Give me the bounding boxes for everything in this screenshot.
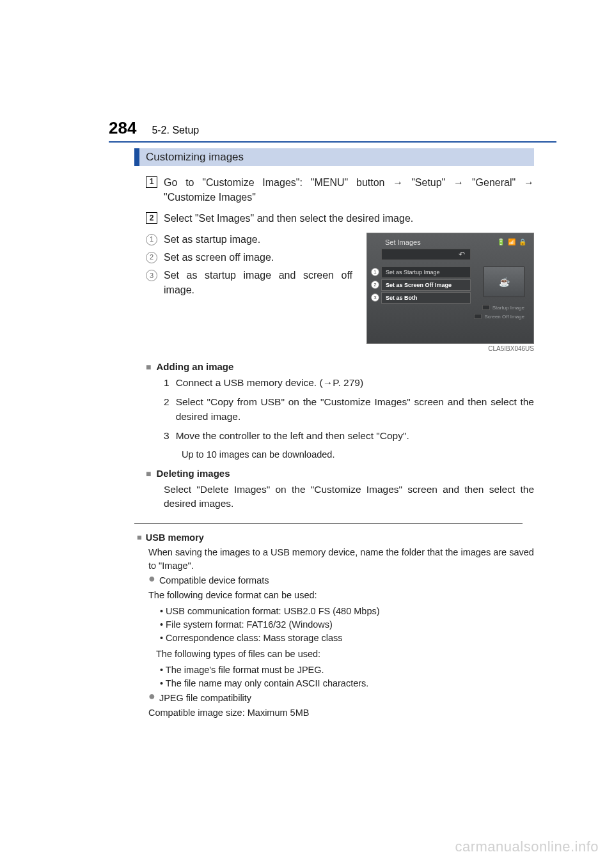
usb-section: ■ USB memory When saving the images to a…	[134, 531, 534, 721]
watermark: carmanualsonline.info	[455, 839, 599, 855]
step-number-icon: 2	[164, 395, 169, 424]
deleting-heading: ■ Deleting images	[134, 467, 534, 483]
status-icons: 🔋 📶 🔒	[497, 238, 527, 245]
back-icon: ↶	[381, 249, 471, 260]
square-bullet-icon: ■	[146, 362, 151, 372]
usb-device-1: USB communication format: USB2.0 FS (480…	[160, 605, 534, 618]
step-number-icon: 2	[146, 212, 157, 224]
step-1-text-d: "Customize Images"	[164, 192, 256, 203]
circle-number-icon: 1	[146, 234, 157, 245]
circle-number-icon: 3	[146, 270, 157, 281]
screen-row-1: Set as Startup Image	[381, 267, 471, 278]
option-1: 1 Set as startup image.	[146, 233, 352, 251]
screen-title: Set Images	[385, 238, 421, 246]
usb-jpeg-heading: JPEG file compatibility	[159, 692, 251, 705]
adding-step-1: 1 Connect a USB memory device. (→P. 279)	[134, 376, 534, 395]
usb-intro: When saving the images to a USB memory d…	[137, 545, 534, 574]
step-number-icon: 3	[164, 429, 169, 443]
arrow-icon: →	[323, 377, 333, 388]
legend-screenoff: Screen Off Image	[474, 314, 524, 320]
step-2: 2 Select "Set Images" and then select th…	[134, 211, 534, 232]
chapter-label: 5-2. Setup	[152, 125, 199, 136]
option-1-label: Set as startup image.	[164, 233, 260, 247]
arrow-icon: →	[453, 177, 472, 188]
page-header: 284 5-2. Setup	[109, 118, 556, 143]
usb-file-1: The image's file format must be JPEG.	[160, 663, 534, 677]
circle-number-icon: 2	[146, 252, 157, 263]
step-1-text-c: "General"	[472, 177, 524, 188]
callout-2-icon: 2	[371, 281, 379, 289]
adding-heading: ■ Adding an image	[134, 360, 534, 376]
usb-jpeg-body: Compatible image size: Maximum 5MB	[137, 705, 534, 721]
adding-note: Up to 10 images can be downloaded.	[134, 448, 534, 466]
usb-file-intro: The following types of files can be used…	[137, 646, 534, 662]
arrow-icon: →	[524, 177, 534, 188]
square-bullet-icon: ■	[146, 469, 151, 479]
square-bullet-icon: ■	[137, 532, 142, 544]
adding-step-1b: P. 279)	[333, 377, 363, 388]
legend-startup: Startup Image	[482, 305, 524, 311]
callout-3-icon: 3	[371, 293, 379, 302]
preview-thumbnail: ☕	[484, 267, 524, 297]
option-2: 2 Set as screen off image.	[146, 251, 352, 268]
deleting-body: Select "Delete Images" on the "Customize…	[134, 483, 534, 518]
step-number-icon: 1	[164, 376, 169, 390]
step-number-icon: 1	[146, 176, 157, 188]
bullet-icon: ●	[148, 692, 155, 705]
screenshot-figure: Set Images 🔋 📶 🔒 ↶ 1 2 3 Set as Startup …	[366, 233, 534, 352]
usb-compat-intro: The following device format can be used:	[137, 587, 534, 603]
deleting-heading-text: Deleting images	[156, 468, 230, 479]
page-number: 284	[109, 118, 136, 138]
screen-row-2: Set as Screen Off Image	[381, 279, 471, 291]
divider	[134, 523, 523, 523]
option-3: 3 Set as startup image and screen off im…	[146, 268, 352, 301]
arrow-icon: →	[393, 177, 411, 188]
screen-row-3: Set as Both	[381, 292, 471, 304]
adding-step-2-text: Select "Copy from USB" on the "Customize…	[176, 395, 534, 424]
step-1-text-b: "Setup"	[411, 177, 453, 188]
section-title: Customizing images	[134, 148, 534, 166]
usb-file-2: The file name may only contain ASCII cha…	[160, 677, 534, 690]
step-1: 1 Go to "Customize Images": "MENU" butto…	[134, 175, 534, 211]
bullet-icon: ●	[148, 574, 155, 587]
image-code: CLA5IBX046US	[366, 344, 534, 352]
option-2-label: Set as screen off image.	[164, 251, 274, 265]
usb-heading: USB memory	[146, 531, 204, 545]
adding-step-1a: Connect a USB memory device. (	[176, 377, 323, 388]
usb-device-2: File system format: FAT16/32 (Windows)	[160, 618, 534, 632]
adding-step-2: 2 Select "Copy from USB" on the "Customi…	[134, 395, 534, 429]
usb-device-3: Correspondence class: Mass storage class	[160, 632, 534, 645]
option-3-label: Set as startup image and screen off imag…	[164, 268, 352, 297]
step-1-text-a: Go to "Customize Images": "MENU" button	[164, 177, 393, 188]
callout-1-icon: 1	[371, 268, 379, 276]
adding-step-3-text: Move the controller to the left and then…	[176, 429, 409, 443]
usb-compat-heading: Compatible device formats	[159, 574, 269, 587]
adding-step-3: 3 Move the controller to the left and th…	[134, 429, 534, 448]
adding-heading-text: Adding an image	[156, 361, 233, 372]
step-2-text: Select "Set Images" and then select the …	[164, 211, 413, 226]
